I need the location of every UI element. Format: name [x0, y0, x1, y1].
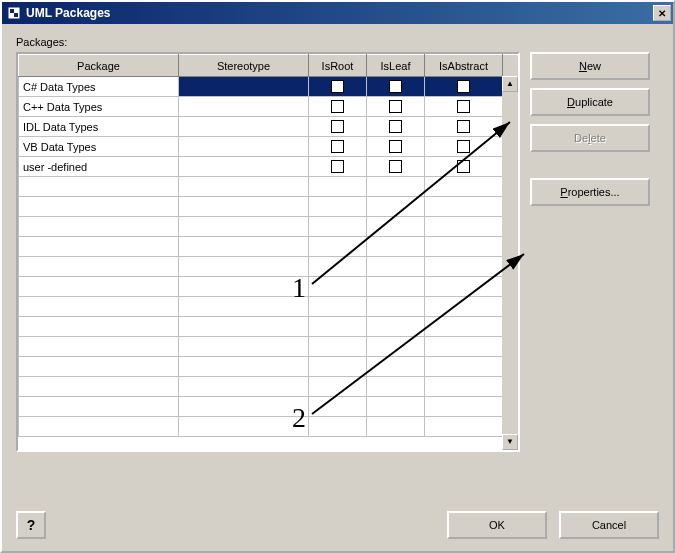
cell-isleaf	[367, 417, 425, 437]
svg-rect-2	[14, 13, 18, 17]
cell-package[interactable]: IDL Data Types	[19, 117, 179, 137]
isabstract-checkbox[interactable]	[457, 120, 470, 133]
cancel-button[interactable]: Cancel	[559, 511, 659, 539]
scroll-down-icon[interactable]: ▼	[502, 434, 518, 450]
cell-isabstract	[425, 317, 503, 337]
col-header-package[interactable]: Package	[19, 55, 179, 77]
cell-isabstract	[425, 197, 503, 217]
app-icon	[6, 5, 22, 21]
isleaf-checkbox[interactable]	[389, 140, 402, 153]
isroot-checkbox[interactable]	[331, 80, 344, 93]
cell-isroot	[309, 257, 367, 277]
cell-isroot	[309, 277, 367, 297]
cell-isroot	[309, 417, 367, 437]
isroot-checkbox[interactable]	[331, 160, 344, 173]
cell-stereotype[interactable]	[179, 77, 309, 97]
isleaf-checkbox[interactable]	[389, 120, 402, 133]
cell-isroot	[309, 377, 367, 397]
packages-label: Packages:	[16, 36, 659, 48]
cell-stereotype	[179, 237, 309, 257]
table-row[interactable]: C++ Data Types	[19, 97, 521, 117]
cell-isabstract[interactable]	[425, 117, 503, 137]
cell-isleaf	[367, 357, 425, 377]
cell-isroot[interactable]	[309, 117, 367, 137]
col-header-isroot[interactable]: IsRoot	[309, 55, 367, 77]
table-row	[19, 397, 521, 417]
cell-isleaf	[367, 337, 425, 357]
cell-isleaf[interactable]	[367, 157, 425, 177]
cell-isabstract[interactable]	[425, 97, 503, 117]
cell-isleaf[interactable]	[367, 137, 425, 157]
isleaf-checkbox[interactable]	[389, 100, 402, 113]
cell-isroot	[309, 297, 367, 317]
cell-isabstract[interactable]	[425, 77, 503, 97]
cell-isroot[interactable]	[309, 137, 367, 157]
cell-isroot[interactable]	[309, 97, 367, 117]
scroll-up-icon[interactable]: ▲	[502, 76, 518, 92]
cell-isroot[interactable]	[309, 77, 367, 97]
cell-stereotype[interactable]	[179, 137, 309, 157]
cell-isabstract	[425, 397, 503, 417]
isroot-checkbox[interactable]	[331, 140, 344, 153]
ok-button[interactable]: OK	[447, 511, 547, 539]
col-header-isabstract[interactable]: IsAbstract	[425, 55, 503, 77]
isroot-checkbox[interactable]	[331, 100, 344, 113]
cell-package	[19, 237, 179, 257]
cell-isabstract	[425, 357, 503, 377]
table-row	[19, 277, 521, 297]
cell-package[interactable]: C++ Data Types	[19, 97, 179, 117]
packages-grid[interactable]: Package Stereotype IsRoot IsLeaf IsAbstr…	[16, 52, 520, 452]
cell-isroot	[309, 357, 367, 377]
table-row[interactable]: user -defined	[19, 157, 521, 177]
cell-stereotype	[179, 417, 309, 437]
cell-isabstract	[425, 177, 503, 197]
grid-scrollbar[interactable]: ▲ ▼	[502, 76, 518, 450]
duplicate-button[interactable]: Duplicate	[530, 88, 650, 116]
cell-package[interactable]: user -defined	[19, 157, 179, 177]
table-row[interactable]: C# Data Types	[19, 77, 521, 97]
cell-package	[19, 417, 179, 437]
cell-isleaf	[367, 237, 425, 257]
isleaf-checkbox[interactable]	[389, 80, 402, 93]
cell-stereotype	[179, 317, 309, 337]
table-row	[19, 297, 521, 317]
cell-isleaf[interactable]	[367, 117, 425, 137]
cell-isleaf[interactable]	[367, 77, 425, 97]
table-row[interactable]: IDL Data Types	[19, 117, 521, 137]
table-row	[19, 217, 521, 237]
isroot-checkbox[interactable]	[331, 120, 344, 133]
cell-isroot	[309, 337, 367, 357]
cell-package[interactable]: VB Data Types	[19, 137, 179, 157]
cell-package	[19, 297, 179, 317]
help-icon: ?	[27, 517, 36, 533]
cell-isabstract[interactable]	[425, 157, 503, 177]
isleaf-checkbox[interactable]	[389, 160, 402, 173]
cell-stereotype	[179, 277, 309, 297]
grid-header-row: Package Stereotype IsRoot IsLeaf IsAbstr…	[19, 55, 521, 77]
cell-package	[19, 377, 179, 397]
isabstract-checkbox[interactable]	[457, 160, 470, 173]
help-button[interactable]: ?	[16, 511, 46, 539]
new-button[interactable]: New	[530, 52, 650, 80]
cell-isabstract	[425, 217, 503, 237]
cell-stereotype	[179, 397, 309, 417]
properties-button[interactable]: Properties...	[530, 178, 650, 206]
cell-isroot[interactable]	[309, 157, 367, 177]
cell-isabstract[interactable]	[425, 137, 503, 157]
col-header-isleaf[interactable]: IsLeaf	[367, 55, 425, 77]
cell-stereotype[interactable]	[179, 117, 309, 137]
isabstract-checkbox[interactable]	[457, 140, 470, 153]
table-row[interactable]: VB Data Types	[19, 137, 521, 157]
cell-stereotype[interactable]	[179, 157, 309, 177]
cell-stereotype[interactable]	[179, 97, 309, 117]
close-button[interactable]: ✕	[653, 5, 671, 21]
cell-isleaf	[367, 317, 425, 337]
cell-isabstract	[425, 297, 503, 317]
cell-isleaf[interactable]	[367, 97, 425, 117]
col-header-stereotype[interactable]: Stereotype	[179, 55, 309, 77]
cell-package[interactable]: C# Data Types	[19, 77, 179, 97]
isabstract-checkbox[interactable]	[457, 100, 470, 113]
cell-isroot	[309, 237, 367, 257]
cell-isleaf	[367, 177, 425, 197]
isabstract-checkbox[interactable]	[457, 80, 470, 93]
